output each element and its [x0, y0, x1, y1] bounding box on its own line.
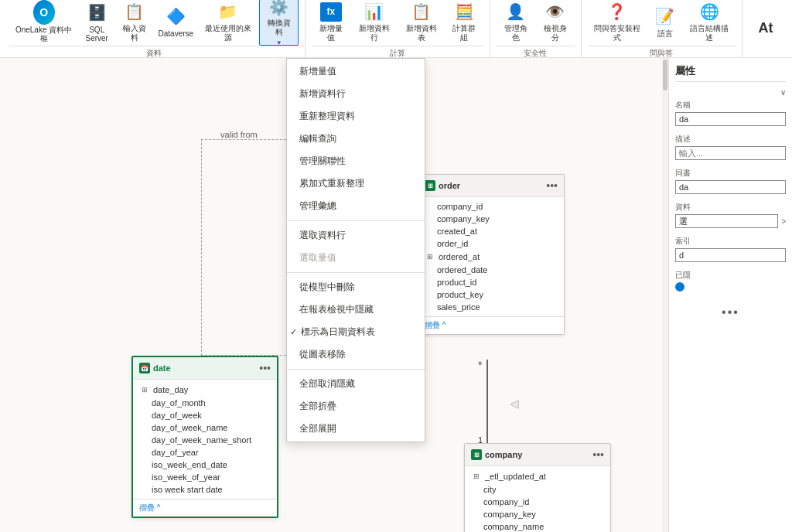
- desc-input[interactable]: [675, 146, 786, 160]
- qa-setup-button[interactable]: ❓ 問與答安裝程式: [588, 0, 647, 46]
- name-input[interactable]: [675, 112, 786, 126]
- ctx-refresh[interactable]: 重新整理資料: [287, 105, 425, 128]
- company-more-button[interactable]: •••: [592, 448, 604, 461]
- toolbar-group-calc: fx 新增量值 📊 新增資料行 📋 新增資料表 🧮 計算群組 計算: [306, 0, 490, 57]
- order-field-created_at[interactable]: created_at: [418, 225, 564, 237]
- dataverse-label: Dataverse: [159, 29, 194, 39]
- sync-label: 同書: [675, 168, 786, 179]
- import-label: 輸入資料: [120, 24, 148, 43]
- view-as-button[interactable]: 👁️ 檢視身分: [536, 0, 574, 46]
- toolbar-section-qa: ❓ 問與答安裝程式 📝 語言 🌐 語言結構描述 問與答: [588, 0, 736, 59]
- recent-sources-button[interactable]: 📁 最近使用的來源: [198, 0, 258, 46]
- import-icon: 📋: [124, 2, 145, 22]
- ctx-collapse-all[interactable]: 全部折疊: [287, 395, 425, 418]
- search-input[interactable]: [675, 248, 786, 262]
- lock-icon: ⊞: [425, 251, 435, 262]
- date-field-iso_week_start_date[interactable]: iso week start date: [133, 483, 277, 496]
- ctx-delete-model[interactable]: 從模型中刪除: [287, 276, 425, 298]
- lang-schema-button[interactable]: 🌐 語言結構描述: [684, 0, 736, 46]
- company-field-etl[interactable]: ⊞ _etl_updated_at: [465, 469, 610, 483]
- company-field-city[interactable]: city: [465, 483, 610, 496]
- company-field-company_key[interactable]: company_key: [465, 508, 610, 520]
- order-field-company_key[interactable]: company_key: [418, 213, 564, 225]
- order-field-ordered_date[interactable]: ordered_date: [418, 264, 564, 276]
- date-field-day_of_month[interactable]: day_of_month: [133, 397, 277, 409]
- new-measure-button[interactable]: fx 新增量值: [312, 0, 350, 46]
- new-measure-icon: fx: [320, 2, 342, 22]
- transform-button[interactable]: ⚙️ 轉換資料 ▼: [259, 0, 299, 46]
- manage-role-button[interactable]: 👤 管理角色: [497, 0, 534, 46]
- ctx-select-values[interactable]: 選取量值: [287, 247, 425, 269]
- manage-role-label: 管理角色: [501, 24, 530, 43]
- order-field-ordered_at[interactable]: ⊞ ordered_at: [418, 250, 564, 264]
- ctx-new-col[interactable]: 新增資料行: [287, 83, 425, 105]
- more-options-indicator: •••: [675, 299, 786, 326]
- synonyms-button[interactable]: 📝 語言: [648, 0, 682, 46]
- toolbar-group-data: O OneLake 資料中樞 🗄️ SQLServer 📋 輸入資料 🔷 Dat…: [3, 0, 306, 57]
- order-field-product_id[interactable]: product_id: [418, 276, 564, 288]
- ctx-divider1: [287, 220, 425, 221]
- security-group-label: 安全性: [497, 46, 574, 59]
- onelake-icon: O: [33, 2, 55, 23]
- canvas-scrollbar[interactable]: [662, 58, 668, 532]
- onelake-button[interactable]: O OneLake 資料中樞: [9, 0, 78, 46]
- ctx-select-rows[interactable]: 選取資料行: [287, 224, 425, 247]
- transform-label: 轉換資料: [265, 19, 293, 37]
- new-table-button[interactable]: 📋 新增資料表: [398, 0, 444, 46]
- search-label: 索引: [675, 236, 786, 247]
- ctx-expand-all[interactable]: 全部展開: [287, 418, 425, 440]
- sql-label: SQLServer: [85, 26, 108, 43]
- ctx-manage-agg[interactable]: 管理彙總: [287, 195, 425, 217]
- toolbar-group-at: At: [742, 0, 789, 57]
- date-field-day_of_week_name[interactable]: day_of_week_name: [133, 421, 277, 434]
- data-input[interactable]: [675, 214, 778, 228]
- new-col-label: 新增資料行: [357, 24, 393, 43]
- properties-chevron-down[interactable]: ∨: [780, 88, 786, 97]
- toolbar-section-security: 👤 管理角色 👁️ 檢視身分 安全性: [497, 0, 574, 59]
- ctx-remove-diagram[interactable]: 從圖表移除: [287, 343, 425, 366]
- ctx-hide-report[interactable]: 在報表檢視中隱藏: [287, 298, 425, 321]
- company-field-company_id[interactable]: company_id: [465, 496, 610, 508]
- date-field-day_of_week_name_short[interactable]: day_of_week_name_short: [133, 434, 277, 446]
- ctx-mark-date[interactable]: 標示為日期資料表: [287, 321, 425, 343]
- order-field-company_id[interactable]: company_id: [418, 200, 564, 213]
- date-collapse-button[interactable]: 摺疊 ^: [133, 499, 277, 517]
- new-col-button[interactable]: 📊 新增資料行: [352, 0, 398, 46]
- lang-schema-label: 語言結構描述: [688, 24, 731, 43]
- import-button[interactable]: 📋 輸入資料: [115, 0, 153, 46]
- diagram-canvas[interactable]: 1 1 * 1 valid from ⊞ order ••• company_i…: [0, 58, 668, 532]
- date-field-iso_week_of_year[interactable]: iso_week_of_year: [133, 471, 277, 483]
- date-field-day_of_week[interactable]: day_of_week: [133, 409, 277, 421]
- arrow-right-icon: >: [781, 217, 786, 226]
- order-field-product_key[interactable]: product_key: [418, 288, 564, 301]
- published-toggle[interactable]: [675, 282, 684, 292]
- date-field-day_of_year[interactable]: day_of_year: [133, 446, 277, 459]
- at-button[interactable]: At: [749, 5, 783, 52]
- company-table-icon: ⊞: [471, 449, 482, 460]
- ctx-incremental[interactable]: 累加式重新整理: [287, 172, 425, 195]
- order-collapse-button[interactable]: 摺疊 ^: [418, 316, 564, 334]
- transform-icon: ⚙️: [268, 0, 290, 16]
- sync-input[interactable]: [675, 180, 786, 194]
- ctx-manage-rel[interactable]: 管理關聯性: [287, 150, 425, 172]
- ctx-divider2: [287, 272, 425, 273]
- main-area: 1 1 * 1 valid from ⊞ order ••• company_i…: [0, 58, 792, 532]
- ctx-unhide-all[interactable]: 全部取消隱藏: [287, 373, 425, 395]
- view-as-icon: 👁️: [544, 2, 566, 22]
- ctx-new-measure[interactable]: 新增量值: [287, 60, 425, 83]
- order-table-header: ⊞ order •••: [418, 175, 564, 197]
- toolbar-section-calc: fx 新增量值 📊 新增資料行 📋 新增資料表 🧮 計算群組 計算: [312, 0, 483, 59]
- qa-group-label: 問與答: [588, 46, 736, 59]
- company-field-company_name[interactable]: company_name: [465, 520, 610, 532]
- ctx-edit-query[interactable]: 編輯查詢: [287, 128, 425, 150]
- sql-button[interactable]: 🗄️ SQLServer: [80, 0, 114, 46]
- date-field-iso_week_end_date[interactable]: iso_week_end_date: [133, 459, 277, 471]
- name-label: 名稱: [675, 100, 786, 111]
- dataverse-button[interactable]: 🔷 Dataverse: [155, 0, 196, 46]
- order-more-button[interactable]: •••: [546, 179, 558, 192]
- order-field-order_id[interactable]: order_id: [418, 237, 564, 250]
- order-field-sales_price[interactable]: sales_price: [418, 301, 564, 313]
- date-field-date_day[interactable]: ⊞ date_day: [133, 383, 277, 397]
- date-more-button[interactable]: •••: [259, 362, 271, 374]
- calc-group-button[interactable]: 🧮 計算群組: [446, 0, 483, 46]
